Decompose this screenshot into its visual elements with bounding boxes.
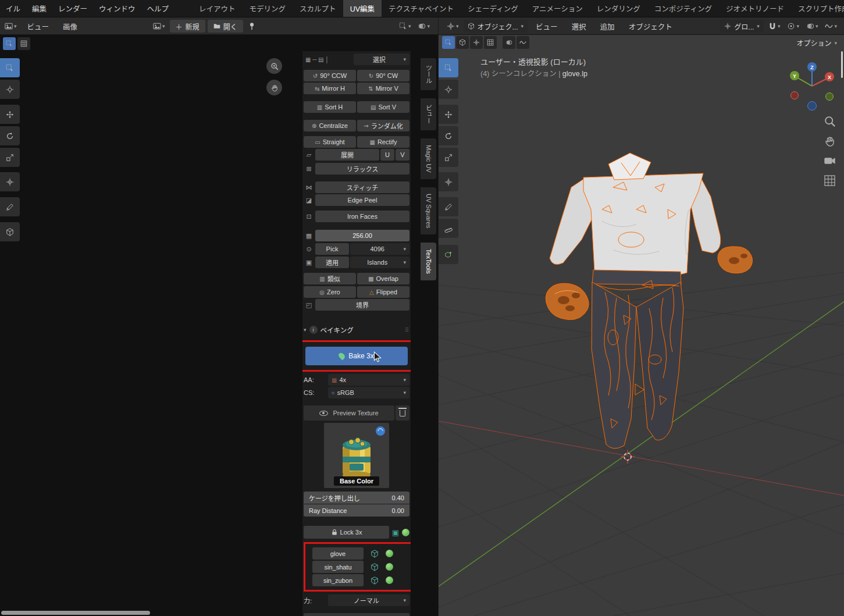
- menu-file[interactable]: イル: [0, 3, 26, 14]
- select-dropdown[interactable]: 選択▾: [354, 54, 409, 65]
- bake-mode-dropdown[interactable]: ノーマル▾: [328, 594, 409, 606]
- uv-tool-annotate[interactable]: [0, 197, 20, 216]
- baking-section-header[interactable]: ▾ i ベイキング ⠿: [304, 323, 409, 336]
- object-glove-button[interactable]: glove: [312, 547, 364, 560]
- unwrap-v-button[interactable]: V: [396, 149, 409, 161]
- workspace-tab-compositing[interactable]: コンポジティング: [647, 0, 719, 17]
- apply-button[interactable]: 適用: [315, 257, 349, 268]
- vp-tool-scale[interactable]: [439, 148, 458, 167]
- uv-horizontal-scrollbar[interactable]: [1, 611, 150, 615]
- workspace-tab-modeling[interactable]: モデリング: [243, 0, 293, 17]
- uv-editor-area[interactable]: ▦ ─ ▤ │ 選択▾ ↺90° CCW ↻90° CW ⇆Mirror H ⇅…: [0, 35, 438, 616]
- uv-select-mode-dropdown[interactable]: ▾: [397, 20, 414, 32]
- vp-menu-view[interactable]: ビュー: [530, 21, 564, 32]
- vp-tool-rotate[interactable]: [439, 126, 458, 145]
- vp-extra-toggle-2[interactable]: [517, 36, 529, 49]
- vp-tool-add-cube[interactable]: [439, 245, 458, 264]
- workspace-tab-geometry-nodes[interactable]: ジオメトリノード: [719, 0, 791, 17]
- zoom-icon[interactable]: [824, 115, 836, 127]
- vp-tool-annotate[interactable]: [439, 197, 458, 216]
- tab-tool[interactable]: ツール: [421, 58, 436, 90]
- uv-zoom-button[interactable]: [266, 58, 282, 74]
- menu-edit[interactable]: 編集: [26, 3, 52, 14]
- uv-tool-transform[interactable]: [0, 172, 20, 191]
- rectify-button[interactable]: ▦Rectify: [357, 136, 409, 148]
- viewport-options-dropdown[interactable]: オプション▾: [796, 38, 837, 48]
- vp-tool-transform[interactable]: [439, 172, 458, 191]
- tab-uv-squares[interactable]: UV Squares: [421, 187, 436, 234]
- uv-menu-image[interactable]: 画像: [57, 21, 83, 32]
- viewport-shading-dropdown[interactable]: ▾: [822, 20, 839, 32]
- texture-size-dropdown[interactable]: 4096▾: [350, 243, 409, 255]
- straight-button[interactable]: ▭Straight: [304, 136, 356, 148]
- vp-tool-measure[interactable]: [439, 219, 458, 238]
- rotate-ccw-button[interactable]: ↺90° CCW: [304, 70, 356, 81]
- uv-tool-scale[interactable]: [0, 148, 20, 167]
- proportional-edit-toggle[interactable]: ▾: [785, 20, 802, 32]
- camera-view-icon[interactable]: [824, 155, 836, 167]
- tab-magic-uv[interactable]: Magic UV: [421, 138, 436, 179]
- object-sin-shatu-button[interactable]: sin_shatu: [312, 561, 364, 573]
- workspace-tab-rendering[interactable]: レンダリング: [590, 0, 647, 17]
- mode-dropdown[interactable]: オブジェク...▾: [464, 20, 528, 33]
- boundary-button[interactable]: 境界: [315, 299, 409, 311]
- uv-menu-view[interactable]: ビュー: [22, 21, 55, 32]
- iron-faces-button[interactable]: Iron Faces: [315, 211, 409, 222]
- delete-preview-button[interactable]: [396, 405, 409, 421]
- randomize-button[interactable]: ⇝ランダム化: [357, 120, 409, 131]
- uv-overlay-dropdown[interactable]: ▾: [415, 20, 432, 32]
- workspace-tab-layout[interactable]: レイアウト: [192, 0, 243, 17]
- toggle-ortho-icon[interactable]: [824, 175, 836, 187]
- menu-window[interactable]: ウィンドウ: [93, 3, 141, 14]
- mirror-v-button[interactable]: ⇅Mirror V: [357, 83, 409, 94]
- aa-dropdown[interactable]: ▦4x▾: [328, 374, 409, 386]
- menu-render[interactable]: レンダー: [52, 3, 93, 14]
- stitch-button[interactable]: スティッチ: [315, 181, 409, 193]
- unwrap-u-button[interactable]: U: [380, 149, 394, 161]
- workspace-tab-uv-editing[interactable]: UV編集: [343, 0, 382, 17]
- uv-vertex-select-button[interactable]: [3, 37, 16, 50]
- vp-menu-object[interactable]: オブジェクト: [623, 21, 678, 32]
- viewport-editor-type-selector[interactable]: ▾: [444, 20, 461, 32]
- apply-mode-dropdown[interactable]: Islands▾: [350, 257, 409, 268]
- layout-tools-icons[interactable]: ▦ ─ ▤ │: [304, 56, 329, 63]
- tab-textools[interactable]: TexTools: [421, 243, 436, 280]
- uv-tool-rotate[interactable]: [0, 126, 20, 145]
- workspace-tab-shading[interactable]: シェーディング: [461, 0, 525, 17]
- mirror-h-button[interactable]: ⇆Mirror H: [304, 83, 356, 94]
- vp-menu-select[interactable]: 選択: [566, 21, 592, 32]
- vp-select-mode-box[interactable]: [456, 36, 469, 49]
- edge-peel-button[interactable]: Edge Peel: [315, 194, 409, 206]
- unwrap-button[interactable]: 展開: [315, 149, 379, 161]
- uv-tool-move[interactable]: [0, 105, 20, 124]
- vp-menu-add[interactable]: 追加: [594, 21, 621, 32]
- vp-tool-cursor[interactable]: [439, 80, 458, 99]
- ray-distance-slider[interactable]: Ray Distance 0.00: [304, 504, 409, 517]
- new-image-button[interactable]: ＋新規: [170, 20, 205, 33]
- menu-help[interactable]: ヘルプ: [141, 3, 175, 14]
- transform-orientation-dropdown[interactable]: グロ...▾: [720, 20, 764, 33]
- vp-tool-select-box[interactable]: [439, 58, 458, 77]
- bake-button[interactable]: Bake 3x: [305, 347, 408, 365]
- vp-select-mode-lasso[interactable]: [484, 36, 497, 49]
- centralize-button[interactable]: ⊕Centralize: [304, 120, 356, 131]
- uv-tool-select-box[interactable]: [0, 58, 20, 77]
- overlap-button[interactable]: ▩Overlap: [357, 273, 409, 284]
- viewport-overlays-toggle[interactable]: ▾: [804, 20, 821, 32]
- object-sin-zubon-button[interactable]: sin_zubon: [312, 574, 364, 586]
- uv-tool-cursor[interactable]: [0, 80, 20, 99]
- sort-v-button[interactable]: ▤Sort V: [357, 101, 409, 113]
- image-browse-selector[interactable]: ▾: [151, 20, 168, 32]
- snap-toggle[interactable]: ▾: [766, 20, 783, 32]
- workspace-tab-texture-paint[interactable]: テクスチャペイント: [382, 0, 461, 17]
- viewport-3d[interactable]: オプション▾ ユーザー・透視投影 (ローカル) (4) シーンコレクション | …: [438, 35, 844, 616]
- texel-size-field[interactable]: 256.00: [315, 230, 409, 241]
- navigation-gizmo[interactable]: Z Y X: [785, 59, 839, 115]
- workspace-tab-sculpting[interactable]: スカルプト: [293, 0, 343, 17]
- sort-h-button[interactable]: ▥Sort H: [304, 101, 356, 113]
- vp-select-mode-circle[interactable]: [470, 36, 483, 49]
- rotate-cw-button[interactable]: ↻90° CW: [357, 70, 409, 81]
- flipped-button[interactable]: △Flipped: [357, 286, 409, 298]
- pan-hand-icon[interactable]: [824, 135, 836, 147]
- vp-extra-toggle-1[interactable]: [503, 36, 515, 49]
